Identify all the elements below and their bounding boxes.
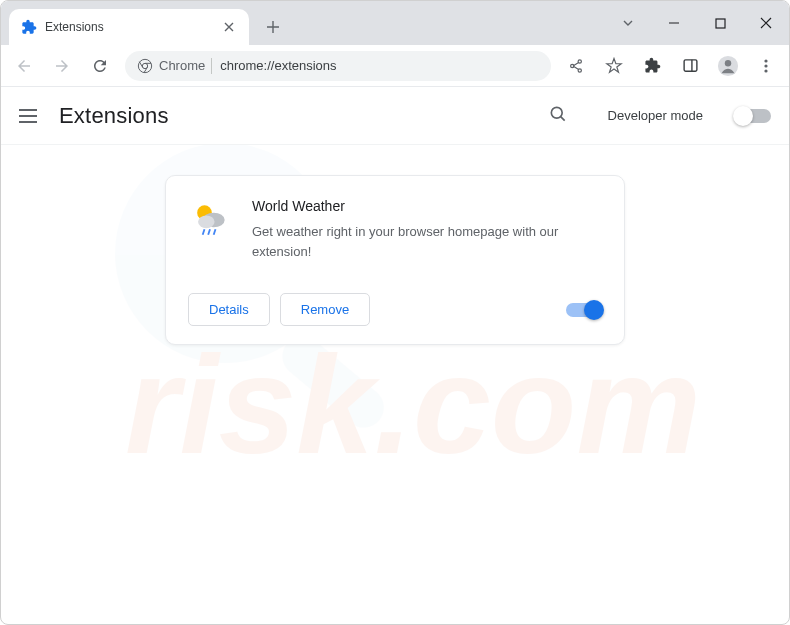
svg-point-12 <box>725 60 731 66</box>
svg-line-17 <box>560 116 564 120</box>
svg-rect-3 <box>716 19 725 28</box>
browser-window: risk.com Extensions <box>0 0 790 625</box>
remove-button[interactable]: Remove <box>280 293 370 326</box>
svg-point-6 <box>571 64 574 67</box>
page-title: Extensions <box>59 103 169 129</box>
svg-point-16 <box>551 107 562 118</box>
minimize-button[interactable] <box>651 4 697 42</box>
page-header: Extensions Developer mode <box>1 87 789 145</box>
search-icon[interactable] <box>548 104 568 128</box>
maximize-button[interactable] <box>697 4 743 42</box>
tab-title: Extensions <box>45 20 213 34</box>
content-area: World Weather Get weather right in your … <box>1 145 789 624</box>
url-text: chrome://extensions <box>220 58 539 73</box>
address-bar[interactable]: Chrome chrome://extensions <box>125 51 551 81</box>
close-window-button[interactable] <box>743 4 789 42</box>
chrome-chip: Chrome <box>137 58 212 74</box>
svg-line-22 <box>208 229 210 235</box>
sidepanel-icon[interactable] <box>673 49 707 83</box>
details-button[interactable]: Details <box>188 293 270 326</box>
svg-rect-9 <box>684 60 697 71</box>
titlebar: Extensions <box>1 1 789 45</box>
extension-name: World Weather <box>252 198 602 214</box>
puzzle-icon <box>21 19 37 35</box>
svg-point-7 <box>578 59 581 62</box>
extensions-icon[interactable] <box>635 49 669 83</box>
toolbar: Chrome chrome://extensions <box>1 45 789 87</box>
browser-tab[interactable]: Extensions <box>9 9 249 45</box>
menu-icon[interactable] <box>749 49 783 83</box>
back-button[interactable] <box>7 49 41 83</box>
svg-point-14 <box>764 64 767 67</box>
close-icon[interactable] <box>221 19 237 35</box>
svg-point-13 <box>764 59 767 62</box>
svg-line-21 <box>203 229 205 235</box>
chevron-down-icon[interactable] <box>605 4 651 42</box>
window-controls <box>605 1 789 45</box>
reload-button[interactable] <box>83 49 117 83</box>
new-tab-button[interactable] <box>259 13 287 41</box>
extension-card: World Weather Get weather right in your … <box>165 175 625 345</box>
svg-point-20 <box>198 215 215 228</box>
chrome-icon <box>137 58 153 74</box>
hamburger-icon[interactable] <box>19 109 37 123</box>
bookmark-icon[interactable] <box>597 49 631 83</box>
developer-mode-toggle[interactable] <box>735 109 771 123</box>
svg-point-8 <box>578 68 581 71</box>
profile-icon[interactable] <box>711 49 745 83</box>
extension-description: Get weather right in your browser homepa… <box>252 222 602 261</box>
extension-toggle[interactable] <box>566 303 602 317</box>
developer-mode-label: Developer mode <box>608 108 703 123</box>
weather-icon <box>188 198 232 242</box>
share-icon[interactable] <box>559 49 593 83</box>
forward-button[interactable] <box>45 49 79 83</box>
svg-point-15 <box>764 69 767 72</box>
chrome-chip-label: Chrome <box>159 58 205 73</box>
svg-line-23 <box>214 229 216 235</box>
